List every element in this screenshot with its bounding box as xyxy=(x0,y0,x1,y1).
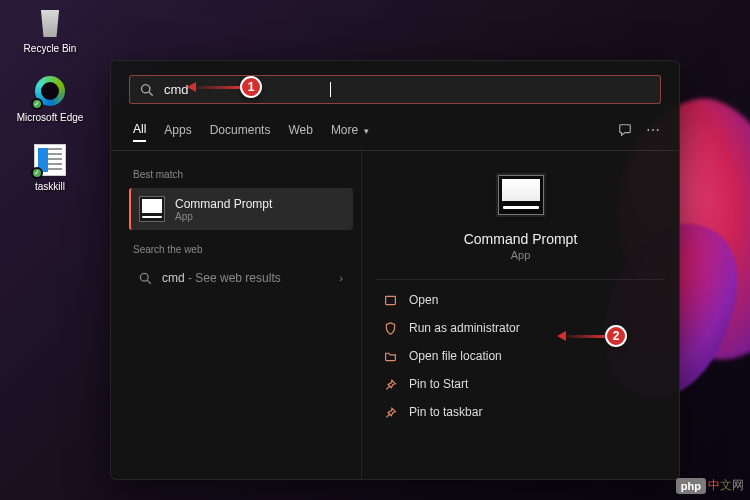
result-subtitle: App xyxy=(175,211,272,222)
annotation-callout-2: 2 xyxy=(560,325,627,347)
result-web-search[interactable]: cmd - See web results › xyxy=(129,263,353,293)
desktop-icon-label: Microsoft Edge xyxy=(17,112,84,123)
pin-icon xyxy=(384,406,397,419)
command-prompt-icon xyxy=(498,175,544,215)
desktop-icon-recycle-bin[interactable]: Recycle Bin xyxy=(15,5,85,54)
search-icon xyxy=(139,272,152,285)
pin-icon xyxy=(384,378,397,391)
desktop-icon-edge[interactable]: ✓ Microsoft Edge xyxy=(15,74,85,123)
preview-title: Command Prompt xyxy=(464,231,578,247)
action-pin-to-start[interactable]: Pin to Start xyxy=(376,370,665,398)
shield-icon xyxy=(384,322,397,335)
open-icon xyxy=(384,294,397,307)
section-label-best-match: Best match xyxy=(133,169,349,180)
annotation-bubble: 1 xyxy=(240,76,262,98)
desktop-icon-label: Recycle Bin xyxy=(24,43,77,54)
result-command-prompt[interactable]: Command Prompt App xyxy=(129,188,353,230)
search-icon xyxy=(140,83,154,97)
folder-icon xyxy=(384,350,397,363)
annotation-callout-1: 1 xyxy=(190,76,262,98)
start-search-panel: All Apps Documents Web More ▾ ⋯ Best mat… xyxy=(110,60,680,480)
status-badge-icon: ✓ xyxy=(31,98,43,110)
divider xyxy=(376,279,665,280)
result-title: Command Prompt xyxy=(175,197,272,211)
svg-rect-0 xyxy=(386,296,396,304)
feedback-icon[interactable] xyxy=(618,123,632,137)
command-prompt-icon xyxy=(139,196,165,222)
watermark-text: 中文网 xyxy=(708,477,744,494)
status-badge-icon: ✓ xyxy=(31,167,43,179)
tab-more[interactable]: More ▾ xyxy=(331,119,369,141)
tab-all[interactable]: All xyxy=(133,118,146,142)
preview-subtitle: App xyxy=(511,249,531,261)
desktop-icons: Recycle Bin ✓ Microsoft Edge ✓ taskkill xyxy=(15,5,85,192)
annotation-arrow xyxy=(560,335,605,338)
tab-documents[interactable]: Documents xyxy=(210,119,271,141)
desktop-icon-taskkill[interactable]: ✓ taskkill xyxy=(15,143,85,192)
desktop-icon-label: taskkill xyxy=(35,181,65,192)
preview-pane: Command Prompt App Open Run as administr… xyxy=(361,151,679,479)
preview-actions: Open Run as administrator Open file loca… xyxy=(376,286,665,426)
action-open[interactable]: Open xyxy=(376,286,665,314)
watermark-badge: php xyxy=(676,478,706,494)
section-label-search-web: Search the web xyxy=(133,244,349,255)
tab-apps[interactable]: Apps xyxy=(164,119,191,141)
tab-web[interactable]: Web xyxy=(288,119,312,141)
annotation-bubble: 2 xyxy=(605,325,627,347)
recycle-bin-icon xyxy=(37,7,63,37)
annotation-arrow xyxy=(190,86,240,89)
results-left-column: Best match Command Prompt App Search the… xyxy=(111,151,361,479)
more-options-button[interactable]: ⋯ xyxy=(646,122,661,138)
chevron-down-icon: ▾ xyxy=(364,126,369,136)
text-cursor xyxy=(330,82,331,97)
watermark: php 中文网 xyxy=(676,477,744,494)
web-result-text: cmd - See web results xyxy=(162,271,281,285)
action-pin-to-taskbar[interactable]: Pin to taskbar xyxy=(376,398,665,426)
search-tabs: All Apps Documents Web More ▾ ⋯ xyxy=(111,114,679,151)
chevron-right-icon: › xyxy=(339,272,343,284)
